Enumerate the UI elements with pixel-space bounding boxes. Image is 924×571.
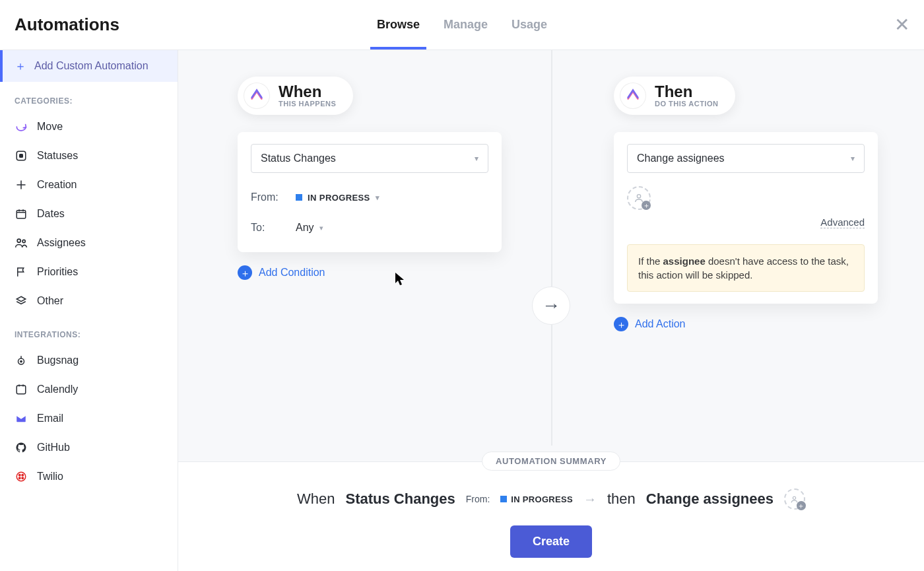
plus-cross-icon <box>15 178 28 191</box>
advanced-link[interactable]: Advanced <box>820 217 865 228</box>
plus-circle-icon: ＋ <box>614 317 628 331</box>
tabs: Browse Manage Usage <box>377 0 547 50</box>
trigger-select[interactable]: Status Changes ▾ <box>251 144 488 173</box>
assignee-warning: If the assignee doesn't have access to t… <box>627 244 865 292</box>
assignee-picker[interactable]: ＋ <box>627 186 651 210</box>
sidebar-item-creation[interactable]: Creation <box>0 170 178 199</box>
close-icon[interactable]: ✕ <box>894 16 909 34</box>
svg-rect-2 <box>16 211 26 218</box>
sidebar-item-label: Email <box>37 413 63 424</box>
tab-browse[interactable]: Browse <box>377 0 420 50</box>
sidebar-item-label: Statuses <box>37 150 78 162</box>
sidebar-item-dates[interactable]: Dates <box>0 199 178 228</box>
when-heading-pill: When THIS HAPPENS <box>238 77 353 115</box>
summary-assignee-placeholder-icon: ＋ <box>784 488 805 510</box>
plus-icon: ＋ <box>15 58 26 74</box>
summary-when-word: When <box>297 490 335 508</box>
action-select[interactable]: Change assignees ▾ <box>627 144 865 173</box>
plus-badge-icon: ＋ <box>642 201 651 210</box>
then-title: Then <box>655 84 718 100</box>
builder-canvas: When THIS HAPPENS Status Changes ▾ From:… <box>178 50 924 571</box>
summary-action: Change assignees <box>646 490 774 508</box>
svg-point-10 <box>22 475 23 476</box>
add-condition-button[interactable]: ＋ Add Condition <box>238 265 502 280</box>
add-action-button[interactable]: ＋ Add Action <box>614 317 878 331</box>
chevron-down-icon: ▾ <box>319 224 323 232</box>
categories-heading: CATEGORIES: <box>0 82 178 112</box>
create-button[interactable]: Create <box>510 525 592 558</box>
from-label: From: <box>251 191 280 203</box>
sidebar-item-priorities[interactable]: Priorities <box>0 257 178 286</box>
when-column: When THIS HAPPENS Status Changes ▾ From:… <box>238 77 502 280</box>
svg-point-3 <box>17 239 20 242</box>
sidebar-item-twilio[interactable]: Twilio <box>0 462 178 491</box>
twilio-icon <box>15 470 28 483</box>
svg-rect-7 <box>16 386 26 394</box>
sidebar-item-label: Priorities <box>37 266 78 278</box>
sidebar-item-label: Bugsnag <box>37 354 79 366</box>
arrow-right-icon: → <box>583 492 597 507</box>
from-status-picker[interactable]: IN PROGRESS ▾ <box>296 193 380 203</box>
from-status-value: IN PROGRESS <box>308 193 370 203</box>
sidebar-item-calendly[interactable]: Calendly <box>0 375 178 404</box>
svg-point-13 <box>637 195 640 198</box>
svg-point-9 <box>19 475 20 476</box>
calendly-icon <box>15 383 28 396</box>
when-subtitle: THIS HAPPENS <box>279 100 336 108</box>
tab-usage[interactable]: Usage <box>512 0 547 50</box>
sidebar-item-label: Move <box>37 121 63 133</box>
summary-trigger: Status Changes <box>346 490 455 508</box>
summary-from-label: From: <box>466 494 490 504</box>
sidebar-item-email[interactable]: Email <box>0 404 178 433</box>
automation-summary: AUTOMATION SUMMARY When Status Changes F… <box>178 461 924 571</box>
square-dot-icon <box>15 149 28 162</box>
header: Automations Browse Manage Usage ✕ <box>0 0 924 50</box>
sidebar-item-github[interactable]: GitHub <box>0 433 178 462</box>
then-subtitle: DO THIS ACTION <box>655 100 718 108</box>
then-column: Then DO THIS ACTION Change assignees ▾ ＋… <box>614 77 878 331</box>
summary-from-status: IN PROGRESS <box>500 494 573 504</box>
svg-point-14 <box>793 496 796 499</box>
sidebar-item-move[interactable]: Move <box>0 112 178 141</box>
svg-point-6 <box>20 360 22 362</box>
trigger-card: Status Changes ▾ From: IN PROGRESS ▾ To: <box>238 132 502 252</box>
svg-point-11 <box>19 477 20 479</box>
plus-circle-icon: ＋ <box>238 265 252 280</box>
people-icon <box>15 236 28 250</box>
divider-line <box>551 50 552 446</box>
svg-point-12 <box>22 477 23 479</box>
status-color-swatch <box>500 496 507 502</box>
share-arrow-icon <box>15 120 28 133</box>
to-status-picker[interactable]: Any ▾ <box>296 222 323 234</box>
sidebar-item-label: GitHub <box>37 442 70 453</box>
calendar-icon <box>15 207 28 220</box>
to-status-value: Any <box>296 222 314 234</box>
svg-rect-1 <box>20 154 23 158</box>
sidebar-item-label: Twilio <box>37 471 63 483</box>
add-custom-label: Add Custom Automation <box>34 60 148 72</box>
status-color-swatch <box>296 194 302 201</box>
mouse-cursor-icon <box>395 272 405 289</box>
to-label: To: <box>251 222 280 234</box>
add-condition-label: Add Condition <box>259 267 325 279</box>
summary-then-word: then <box>607 490 636 508</box>
from-row: From: IN PROGRESS ▾ <box>251 191 488 203</box>
integrations-heading: INTEGRATIONS: <box>0 316 178 346</box>
tab-manage[interactable]: Manage <box>444 0 488 50</box>
sidebar-item-label: Dates <box>37 208 65 220</box>
add-custom-automation-button[interactable]: ＋ Add Custom Automation <box>0 50 178 82</box>
action-select-label: Change assignees <box>637 152 725 164</box>
when-title: When <box>279 84 336 100</box>
sidebar-item-statuses[interactable]: Statuses <box>0 141 178 170</box>
clickup-logo-icon <box>620 83 645 108</box>
sidebar-item-other[interactable]: Other <box>0 286 178 316</box>
clickup-logo-icon <box>244 83 269 108</box>
sidebar-item-bugsnag[interactable]: Bugsnag <box>0 346 178 375</box>
flag-icon <box>15 265 28 279</box>
svg-point-4 <box>22 240 25 242</box>
chevron-down-icon: ▾ <box>376 193 380 202</box>
trigger-select-label: Status Changes <box>261 152 336 164</box>
sidebar-item-assignees[interactable]: Assignees <box>0 228 178 257</box>
action-card: Change assignees ▾ ＋ Advanced If the ass… <box>614 132 878 304</box>
add-action-label: Add Action <box>635 318 686 330</box>
